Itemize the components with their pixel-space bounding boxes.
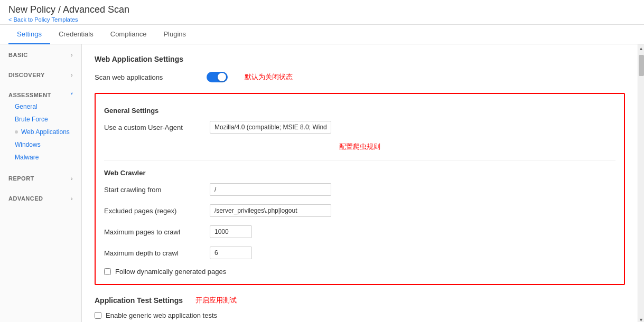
sidebar-item-windows[interactable]: Windows (0, 138, 81, 151)
divider (104, 160, 615, 160)
scroll-thumb[interactable] (639, 55, 644, 76)
toggle-track (207, 72, 228, 82)
scan-web-apps-label: Scan web applications (95, 73, 190, 81)
scan-web-apps-row: Scan web applications 默认为关闭状态 (95, 72, 625, 82)
max-pages-input[interactable] (210, 225, 252, 238)
toggle-annotation: 默认为关闭状态 (245, 72, 293, 82)
start-crawling-label: Start crawling from (104, 186, 210, 194)
tab-settings[interactable]: Settings (8, 25, 50, 44)
excluded-pages-row: Excluded pages (regex) (104, 204, 615, 217)
sidebar-item-general[interactable]: General (0, 100, 81, 113)
follow-dynamic-row: Follow dynamically generated pages (104, 268, 615, 276)
general-settings-title: General Settings (104, 107, 615, 115)
sidebar-advanced-arrow: › (71, 196, 73, 202)
app-test-annotation: 开启应用测试 (195, 296, 237, 305)
sidebar-section-report: REPORT › (0, 168, 81, 188)
sidebar-section-discovery: DISCOVERY › (0, 64, 81, 84)
sidebar: BASIC › DISCOVERY › ASSESSMENT ˅ General… (0, 44, 82, 322)
tab-plugins[interactable]: Plugins (155, 25, 194, 44)
general-settings-box: General Settings Use a custom User-Agent… (95, 93, 625, 285)
tab-bar: Settings Credentials Compliance Plugins (0, 25, 644, 44)
max-depth-label: Maximum depth to crawl (104, 249, 210, 257)
max-pages-label: Maximum pages to crawl (104, 228, 210, 236)
content-area: Web Application Settings Scan web applic… (82, 44, 638, 322)
app-test-title: Application Test Settings (95, 296, 183, 305)
back-link[interactable]: < Back to Policy Templates (8, 16, 78, 23)
sidebar-section-assessment: ASSESSMENT ˅ General Brute Force Web App… (0, 84, 81, 168)
start-crawling-input[interactable] (210, 183, 331, 196)
max-pages-row: Maximum pages to crawl (104, 225, 615, 238)
sidebar-section-basic: BASIC › (0, 44, 81, 64)
user-agent-label: Use a custom User-Agent (104, 124, 210, 131)
excluded-pages-input[interactable] (210, 204, 331, 217)
sidebar-basic-arrow: › (71, 52, 73, 58)
page-header: New Policy / Advanced Scan < Back to Pol… (0, 0, 644, 25)
sidebar-section-label-report[interactable]: REPORT › (0, 172, 81, 184)
sidebar-section-label-discovery[interactable]: DISCOVERY › (0, 69, 81, 80)
enable-generic-checkbox[interactable] (95, 312, 101, 319)
start-crawling-row: Start crawling from (104, 183, 615, 196)
sidebar-section-advanced: ADVANCED › (0, 188, 81, 208)
annotation-row: 配置爬虫规则 (104, 142, 615, 151)
scroll-down-arrow[interactable]: ▼ (637, 316, 644, 322)
sidebar-item-web-applications[interactable]: Web Applications (0, 126, 81, 138)
follow-dynamic-checkbox[interactable] (104, 268, 111, 275)
scan-web-apps-toggle[interactable] (207, 72, 228, 82)
web-app-settings-title: Web Application Settings (95, 55, 625, 63)
sidebar-item-brute-force[interactable]: Brute Force (0, 113, 81, 126)
max-depth-input[interactable] (210, 247, 252, 259)
sidebar-assessment-arrow: ˅ (70, 92, 73, 98)
app-test-header: Application Test Settings 开启应用测试 (95, 296, 625, 305)
enable-generic-label: Enable generic web application tests (106, 311, 217, 319)
main-layout: BASIC › DISCOVERY › ASSESSMENT ˅ General… (0, 44, 644, 322)
user-agent-row: Use a custom User-Agent (104, 121, 615, 134)
tab-compliance[interactable]: Compliance (102, 25, 155, 44)
excluded-pages-label: Excluded pages (regex) (104, 207, 210, 215)
toggle-knob (218, 73, 226, 81)
scroll-up-arrow[interactable]: ▲ (637, 44, 644, 53)
max-depth-row: Maximum depth to crawl (104, 247, 615, 259)
sidebar-section-label-assessment[interactable]: ASSESSMENT ˅ (0, 89, 81, 100)
follow-dynamic-label: Follow dynamically generated pages (115, 268, 226, 276)
sidebar-section-label-advanced[interactable]: ADVANCED › (0, 192, 81, 204)
sidebar-discovery-arrow: › (71, 72, 73, 78)
user-agent-input[interactable] (210, 121, 331, 134)
sidebar-report-arrow: › (71, 176, 73, 182)
tab-credentials[interactable]: Credentials (50, 25, 102, 44)
sidebar-item-malware[interactable]: Malware (0, 151, 81, 164)
enable-generic-row: Enable generic web application tests (95, 311, 625, 319)
scrollbar[interactable]: ▲ ▼ (638, 44, 644, 322)
general-settings-annotation: 配置爬虫规则 (339, 142, 380, 151)
web-crawler-title: Web Crawler (104, 169, 615, 177)
web-app-dot (15, 130, 18, 134)
page-title: New Policy / Advanced Scan (8, 4, 636, 15)
sidebar-section-label-basic[interactable]: BASIC › (0, 49, 81, 60)
